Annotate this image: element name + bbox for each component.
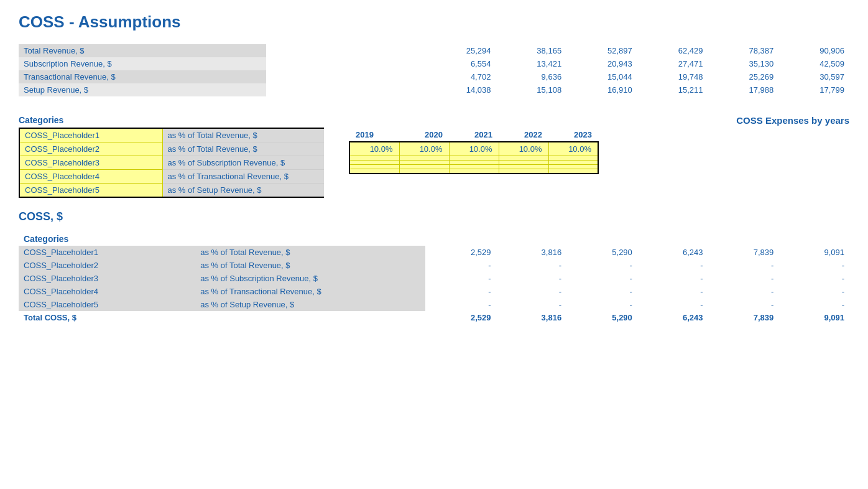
assumption-category[interactable]: COSS_Placeholder2 (19, 142, 162, 156)
coss-dollar-description: as % of Transactional Revenue, $ (195, 285, 425, 298)
coss-dollar-row: COSS_Placeholder5as % of Setup Revenue, … (19, 298, 849, 311)
coss-exp-year-header: 2021 (449, 128, 499, 142)
coss-exp-value[interactable] (399, 156, 449, 161)
revenue-label: Subscription Revenue, $ (19, 57, 266, 70)
coss-dollar-total-value: 7,839 (708, 311, 779, 324)
revenue-value: 62,429 (637, 44, 708, 57)
coss-exp-value[interactable] (349, 161, 399, 165)
coss-dollar-col-header6 (778, 232, 849, 246)
coss-dollar-category: COSS_Placeholder5 (19, 298, 195, 311)
assumption-description: as % of Total Revenue, $ (162, 128, 324, 142)
assumptions-layout: Categories COSS_Placeholder1as % of Tota… (19, 115, 849, 198)
coss-exp-value[interactable] (399, 165, 449, 169)
coss-dollar-table: Categories COSS_Placeholder1as % of Tota… (19, 232, 849, 324)
coss-dollar-value: 3,816 (496, 246, 566, 259)
coss-exp-value[interactable] (499, 169, 548, 174)
coss-dollar-total-value: 9,091 (778, 311, 849, 324)
revenue-value: 25,269 (708, 70, 779, 83)
coss-dollar-value: - (708, 298, 779, 311)
revenue-label: Setup Revenue, $ (19, 83, 266, 96)
revenue-label: Total Revenue, $ (19, 44, 266, 57)
coss-exp-value[interactable] (449, 161, 499, 165)
coss-dollar-total-value: 2,529 (425, 311, 496, 324)
coss-dollar-value: - (778, 272, 849, 285)
revenue-value: 17,988 (708, 83, 779, 96)
coss-dollar-description: as % of Total Revenue, $ (195, 246, 425, 259)
revenue-value: 20,943 (566, 57, 637, 70)
revenue-value: 17,799 (778, 83, 849, 96)
coss-dollar-value: - (778, 259, 849, 272)
revenue-table: Total Revenue, $25,29438,16552,89762,429… (19, 44, 849, 96)
revenue-row: Total Revenue, $25,29438,16552,89762,429… (19, 44, 849, 57)
assumption-description: as % of Transactional Revenue, $ (162, 170, 324, 184)
revenue-row: Transactional Revenue, $4,7029,63615,044… (19, 70, 849, 83)
coss-dollar-title: COSS, $ (19, 210, 849, 223)
revenue-value: 15,211 (637, 83, 708, 96)
coss-dollar-value: - (496, 259, 566, 272)
coss-exp-value[interactable] (499, 156, 548, 161)
assumption-category[interactable]: COSS_Placeholder4 (19, 170, 162, 184)
coss-dollar-col-header4 (637, 232, 708, 246)
assumptions-right: COSS Expenses by years 20192020202120222… (349, 115, 849, 174)
coss-exp-value[interactable] (449, 169, 499, 174)
coss-exp-year-header: 2019 (349, 128, 399, 142)
coss-exp-value[interactable] (399, 169, 449, 174)
coss-exp-value[interactable] (548, 161, 598, 165)
assumption-category[interactable]: COSS_Placeholder3 (19, 156, 162, 170)
coss-dollar-value: - (496, 285, 566, 298)
coss-dollar-value: 6,243 (637, 246, 708, 259)
coss-exp-value[interactable]: 10.0% (399, 142, 449, 156)
coss-dollar-value: - (708, 285, 779, 298)
coss-dollar-section: COSS, $ Categories COSS_Placeholder1as %… (19, 210, 849, 324)
coss-exp-value[interactable] (449, 165, 499, 169)
revenue-value: 6,554 (425, 57, 496, 70)
revenue-section: Total Revenue, $25,29438,16552,89762,429… (19, 44, 849, 96)
assumption-row: COSS_Placeholder3as % of Subscription Re… (19, 156, 324, 170)
assumption-category[interactable]: COSS_Placeholder5 (19, 184, 162, 198)
coss-expenses-table: 20192020202120222023 10.0%10.0%10.0%10.0… (349, 128, 599, 174)
coss-dollar-value: - (566, 298, 637, 311)
revenue-value: 42,509 (778, 57, 849, 70)
assumption-row: COSS_Placeholder5as % of Setup Revenue, … (19, 184, 324, 198)
coss-exp-value[interactable] (548, 156, 598, 161)
coss-exp-value[interactable] (349, 169, 399, 174)
coss-exp-value[interactable] (349, 156, 399, 161)
revenue-value: 15,108 (496, 83, 566, 96)
assumption-row: COSS_Placeholder2as % of Total Revenue, … (19, 142, 324, 156)
assumption-row: COSS_Placeholder1as % of Total Revenue, … (19, 128, 324, 142)
coss-dollar-value: - (637, 272, 708, 285)
coss-dollar-value: 5,290 (566, 246, 637, 259)
coss-exp-value[interactable]: 10.0% (499, 142, 548, 156)
coss-exp-value[interactable] (349, 165, 399, 169)
page-title: COSS - Assumptions (19, 12, 849, 32)
coss-dollar-category: COSS_Placeholder3 (19, 272, 195, 285)
coss-dollar-col-header2 (496, 232, 566, 246)
assumptions-table: COSS_Placeholder1as % of Total Revenue, … (19, 128, 324, 198)
coss-exp-value[interactable] (399, 161, 449, 165)
coss-dollar-value: - (708, 272, 779, 285)
coss-exp-value[interactable]: 10.0% (548, 142, 598, 156)
coss-exp-row (349, 161, 598, 165)
revenue-value: 90,906 (778, 44, 849, 57)
assumption-category[interactable]: COSS_Placeholder1 (19, 128, 162, 142)
coss-exp-value[interactable]: 10.0% (349, 142, 399, 156)
coss-dollar-total-value: 3,816 (496, 311, 566, 324)
coss-dollar-value: 7,839 (708, 246, 779, 259)
coss-exp-value[interactable] (499, 161, 548, 165)
coss-exp-value[interactable] (548, 165, 598, 169)
coss-dollar-category: COSS_Placeholder4 (19, 285, 195, 298)
assumption-row: COSS_Placeholder4as % of Transactional R… (19, 170, 324, 184)
assumption-description: as % of Setup Revenue, $ (162, 184, 324, 198)
coss-dollar-value: - (778, 298, 849, 311)
coss-dollar-value: - (425, 272, 496, 285)
coss-dollar-value: - (566, 259, 637, 272)
coss-exp-value[interactable] (548, 169, 598, 174)
coss-dollar-value: - (425, 259, 496, 272)
coss-dollar-value: - (637, 285, 708, 298)
coss-exp-year-header: 2022 (499, 128, 548, 142)
coss-exp-value[interactable]: 10.0% (449, 142, 499, 156)
coss-exp-value[interactable] (499, 165, 548, 169)
coss-exp-value[interactable] (449, 156, 499, 161)
coss-dollar-desc-header (195, 232, 425, 246)
coss-dollar-col-header (425, 232, 496, 246)
